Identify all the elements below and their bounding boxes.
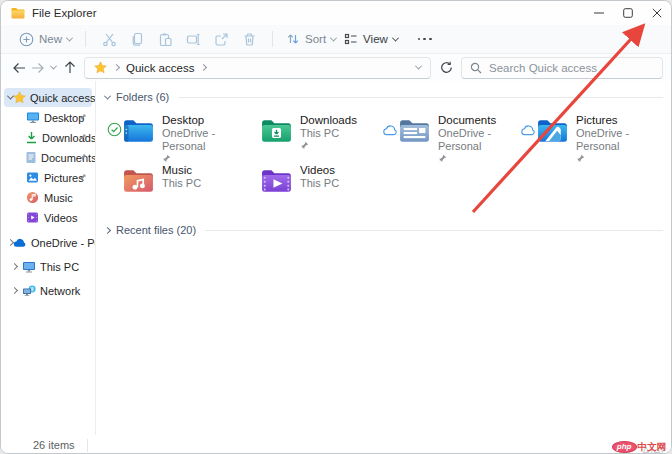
recent-locations-button[interactable] <box>47 57 60 79</box>
rename-button[interactable] <box>179 27 207 51</box>
videos-folder-icon <box>260 166 293 194</box>
tile-location: OneDrive - Personal <box>438 127 522 153</box>
minimize-button[interactable] <box>584 1 613 25</box>
pin-icon <box>79 133 87 141</box>
downloads-icon <box>25 130 38 145</box>
folders-section-label: Folders (6) <box>116 91 169 103</box>
tile-location: OneDrive - Personal <box>576 127 660 153</box>
star-icon <box>13 90 26 105</box>
status-bar: 26 items <box>1 435 671 454</box>
onedrive-icon <box>13 235 27 250</box>
tile-location: This PC <box>162 177 201 190</box>
folder-tile-documents[interactable]: Documents OneDrive - Personal <box>384 112 522 154</box>
paste-icon <box>158 32 173 47</box>
collapse-chevron-icon[interactable] <box>104 92 111 99</box>
sidebar-item-videos[interactable]: Videos <box>4 208 92 227</box>
tile-location: This PC <box>300 127 357 140</box>
watermark: Alet php 中文网 <box>612 441 666 453</box>
folder-tile-music[interactable]: Music This PC <box>108 162 246 204</box>
sort-button-label: Sort <box>305 33 326 45</box>
pictures-folder-icon <box>536 116 569 144</box>
folder-tile-downloads[interactable]: Downloads This PC <box>246 112 384 154</box>
more-options-button[interactable] <box>412 38 438 41</box>
music-icon <box>25 190 40 205</box>
forward-button[interactable] <box>28 57 47 79</box>
tile-location: OneDrive - Personal <box>162 127 246 153</box>
folder-tile-pictures[interactable]: Pictures OneDrive - Personal <box>522 112 660 154</box>
refresh-button[interactable] <box>434 61 458 74</box>
view-button[interactable]: View <box>340 27 402 51</box>
folder-tiles-grid: Desktop OneDrive - Personal Downloads Th… <box>108 112 663 204</box>
folder-tile-desktop[interactable]: Desktop OneDrive - Personal <box>108 112 246 154</box>
delete-button[interactable] <box>235 27 263 51</box>
search-input[interactable] <box>489 62 654 74</box>
sidebar-item-pictures[interactable]: Pictures <box>4 168 92 187</box>
address-row: Quick access <box>1 54 671 81</box>
up-button[interactable] <box>60 57 79 79</box>
chevron-down-icon <box>66 34 73 41</box>
expand-chevron-icon[interactable] <box>104 226 111 233</box>
new-button[interactable]: New <box>15 27 76 51</box>
watermark-site-text: 中文网 <box>638 442 667 452</box>
maximize-button[interactable] <box>613 1 642 25</box>
sidebar-item-documents[interactable]: Documents <box>4 148 92 167</box>
chevron-right-icon <box>113 64 120 71</box>
new-plus-icon <box>19 32 34 47</box>
sort-button[interactable]: Sort <box>282 27 340 51</box>
breadcrumb-quick-access[interactable]: Quick access <box>126 62 194 74</box>
delete-icon <box>242 32 257 47</box>
copy-button[interactable] <box>123 27 151 51</box>
this-pc-icon <box>21 259 36 274</box>
cloud-status-icon <box>521 122 536 137</box>
quick-access-star-icon <box>94 61 107 74</box>
file-explorer-window: File Explorer New <box>0 0 672 454</box>
section-divider <box>205 230 663 231</box>
folder-tile-videos[interactable]: Videos This PC <box>246 162 384 204</box>
paste-button[interactable] <box>151 27 179 51</box>
chevron-right-icon <box>200 64 207 71</box>
expand-chevron-icon[interactable] <box>11 287 18 294</box>
downloads-folder-icon <box>260 116 293 144</box>
share-button[interactable] <box>207 27 235 51</box>
network-icon <box>21 283 36 298</box>
sidebar-item-downloads[interactable]: Downloads <box>4 128 92 147</box>
tile-name: Documents <box>438 114 522 127</box>
expand-chevron-icon[interactable] <box>11 263 18 270</box>
window-title: File Explorer <box>32 7 97 19</box>
pin-icon <box>79 113 87 121</box>
titlebar: File Explorer <box>1 1 671 25</box>
items-count: 26 items <box>33 439 75 451</box>
sidebar-item-music[interactable]: Music <box>4 188 92 207</box>
chevron-down-icon <box>330 34 337 41</box>
cut-button[interactable] <box>95 27 123 51</box>
section-divider <box>178 97 663 98</box>
tile-name: Pictures <box>576 114 660 127</box>
desktop-folder-icon <box>122 116 155 144</box>
share-icon <box>214 32 229 47</box>
recent-files-section-header[interactable]: Recent files (20) <box>105 222 663 238</box>
tile-location: This PC <box>300 177 339 190</box>
recent-files-section-label: Recent files (20) <box>116 224 196 236</box>
sidebar-item-this-pc[interactable]: This PC <box>4 257 92 276</box>
sidebar-item-quick-access[interactable]: Quick access <box>4 88 92 107</box>
pin-icon <box>79 153 87 161</box>
back-button[interactable] <box>9 57 28 79</box>
search-box[interactable] <box>461 57 663 79</box>
synced-check-icon <box>107 122 122 137</box>
pin-icon <box>300 141 357 150</box>
tile-name: Desktop <box>162 114 246 127</box>
videos-icon <box>25 210 40 225</box>
address-bar[interactable]: Quick access <box>84 57 431 79</box>
folders-section-header[interactable]: Folders (6) <box>105 89 663 105</box>
pin-icon <box>438 154 522 163</box>
sidebar-item-onedrive[interactable]: OneDrive - Personal <box>4 233 92 252</box>
view-icon <box>344 32 358 46</box>
pin-icon <box>576 154 660 163</box>
sidebar-item-network[interactable]: Network <box>4 281 92 300</box>
sidebar-item-desktop[interactable]: Desktop <box>4 108 92 127</box>
documents-folder-icon <box>398 116 431 144</box>
items-view: Folders (6) Desktop OneDrive - Personal <box>96 81 671 435</box>
address-dropdown-icon[interactable] <box>415 63 422 70</box>
php-logo: php <box>612 441 637 453</box>
close-button[interactable] <box>642 1 671 25</box>
